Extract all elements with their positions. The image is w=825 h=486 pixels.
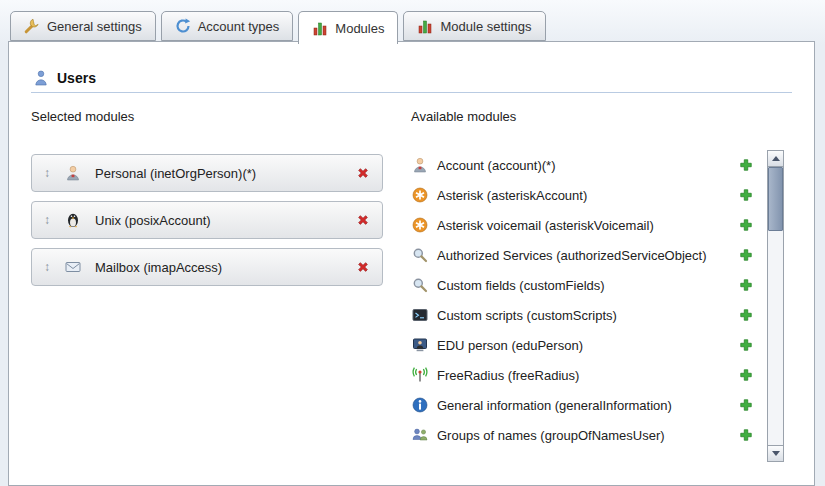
available-module-row: Custom scripts (customScripts) — [411, 300, 763, 330]
magnifier-icon — [411, 247, 429, 263]
tab-label: Account types — [198, 19, 280, 34]
scrollbar-track[interactable] — [768, 167, 783, 445]
add-module-button[interactable] — [739, 308, 753, 322]
selected-modules-column: Selected modules ↕ Personal (inetOrgPers… — [31, 109, 383, 462]
section-title: Users — [57, 70, 96, 86]
green-plus-icon — [739, 308, 753, 322]
selected-modules-list: ↕ Personal (inetOrgPerson)(*) ↕ Unix (po… — [31, 154, 383, 286]
person-icon — [411, 157, 429, 173]
available-module-label: Authorized Services (authorizedServiceOb… — [437, 248, 739, 263]
available-modules-list: Account (account)(*) Asterisk (asteriskA… — [411, 150, 763, 462]
available-module-row: Account (account)(*) — [411, 150, 763, 180]
tab-bar: General settings Account types Modules M… — [10, 11, 546, 44]
info-icon — [411, 397, 429, 413]
terminal-icon — [411, 307, 429, 323]
selected-modules-heading: Selected modules — [31, 109, 383, 124]
green-plus-icon — [739, 398, 753, 412]
drag-handle-icon[interactable]: ↕ — [40, 260, 54, 274]
available-module-row: EDU person (eduPerson) — [411, 330, 763, 360]
green-plus-icon — [739, 338, 753, 352]
tab-modules[interactable]: Modules — [298, 11, 398, 44]
available-module-row: FreeRadius (freeRadius) — [411, 360, 763, 390]
bar-chart-icon — [417, 18, 433, 34]
available-modules-heading: Available modules — [411, 109, 814, 124]
group-icon — [411, 427, 429, 443]
selected-module-row[interactable]: ↕ Mailbox (imapAccess) — [31, 248, 383, 286]
red-x-icon — [356, 213, 370, 227]
green-plus-icon — [739, 248, 753, 262]
available-module-label: Groups of names (groupOfNamesUser) — [437, 428, 739, 443]
remove-module-button[interactable] — [356, 166, 370, 180]
available-module-label: Custom fields (customFields) — [437, 278, 739, 293]
tab-label: Module settings — [440, 19, 531, 34]
edu-person-icon — [411, 337, 429, 353]
selected-module-label: Mailbox (imapAccess) — [95, 260, 222, 275]
red-x-icon — [356, 260, 370, 274]
tab-module-settings[interactable]: Module settings — [403, 11, 545, 41]
drag-handle-icon[interactable]: ↕ — [40, 213, 54, 227]
available-module-label: EDU person (eduPerson) — [437, 338, 739, 353]
modules-panel: Users Selected modules ↕ Personal (inetO… — [8, 41, 815, 486]
add-module-button[interactable] — [739, 158, 753, 172]
section-divider — [31, 92, 792, 93]
scroll-up-button[interactable] — [768, 151, 783, 167]
green-plus-icon — [739, 218, 753, 232]
green-plus-icon — [739, 158, 753, 172]
add-module-button[interactable] — [739, 218, 753, 232]
available-module-label: Account (account)(*) — [437, 158, 739, 173]
add-module-button[interactable] — [739, 338, 753, 352]
available-module-label: Asterisk voicemail (asteriskVoicemail) — [437, 218, 739, 233]
add-module-button[interactable] — [739, 188, 753, 202]
tab-general-settings[interactable]: General settings — [10, 11, 156, 41]
selected-module-label: Unix (posixAccount) — [95, 213, 211, 228]
magnifier-icon — [411, 277, 429, 293]
add-module-button[interactable] — [739, 368, 753, 382]
green-plus-icon — [739, 188, 753, 202]
arrow-up-icon — [772, 156, 780, 161]
add-module-button[interactable] — [739, 248, 753, 262]
add-module-button[interactable] — [739, 398, 753, 412]
available-module-label: Custom scripts (customScripts) — [437, 308, 739, 323]
available-modules-column: Available modules Account (account)(*) A… — [411, 109, 814, 462]
arrow-down-icon — [772, 451, 780, 456]
add-module-button[interactable] — [739, 428, 753, 442]
lam-config-page: General settings Account types Modules M… — [0, 0, 825, 486]
available-module-row: General information (generalInformation) — [411, 390, 763, 420]
green-plus-icon — [739, 368, 753, 382]
available-module-row: Custom fields (customFields) — [411, 270, 763, 300]
penguin-icon — [64, 212, 82, 228]
scroll-down-button[interactable] — [768, 445, 783, 461]
scrollbar-thumb[interactable] — [768, 167, 783, 231]
add-module-button[interactable] — [739, 278, 753, 292]
selected-module-row[interactable]: ↕ Unix (posixAccount) — [31, 201, 383, 239]
available-module-label: Asterisk (asteriskAccount) — [437, 188, 739, 203]
antenna-icon — [411, 367, 429, 383]
tab-account-types[interactable]: Account types — [161, 11, 294, 41]
bar-chart-icon — [312, 20, 328, 36]
available-module-row: Asterisk voicemail (asteriskVoicemail) — [411, 210, 763, 240]
sync-icon — [175, 18, 191, 34]
mail-icon — [64, 259, 82, 275]
red-x-icon — [356, 166, 370, 180]
available-module-row: Asterisk (asteriskAccount) — [411, 180, 763, 210]
available-modules-wrap: Account (account)(*) Asterisk (asteriskA… — [411, 150, 814, 462]
module-columns: Selected modules ↕ Personal (inetOrgPers… — [31, 109, 814, 462]
available-module-row: Authorized Services (authorizedServiceOb… — [411, 240, 763, 270]
tab-label: Modules — [335, 21, 384, 36]
available-module-label: FreeRadius (freeRadius) — [437, 368, 739, 383]
available-module-row: Groups of names (groupOfNamesUser) — [411, 420, 763, 450]
available-modules-scrollbar[interactable] — [767, 150, 784, 462]
wrench-icon — [24, 18, 40, 34]
tab-label: General settings — [47, 19, 142, 34]
drag-handle-icon[interactable]: ↕ — [40, 166, 54, 180]
available-module-label: General information (generalInformation) — [437, 398, 739, 413]
asterisk-icon — [411, 217, 429, 233]
selected-module-label: Personal (inetOrgPerson)(*) — [95, 166, 256, 181]
remove-module-button[interactable] — [356, 260, 370, 274]
remove-module-button[interactable] — [356, 213, 370, 227]
section-header: Users — [33, 70, 814, 86]
asterisk-icon — [411, 187, 429, 203]
person-icon — [64, 165, 82, 181]
selected-module-row[interactable]: ↕ Personal (inetOrgPerson)(*) — [31, 154, 383, 192]
green-plus-icon — [739, 278, 753, 292]
